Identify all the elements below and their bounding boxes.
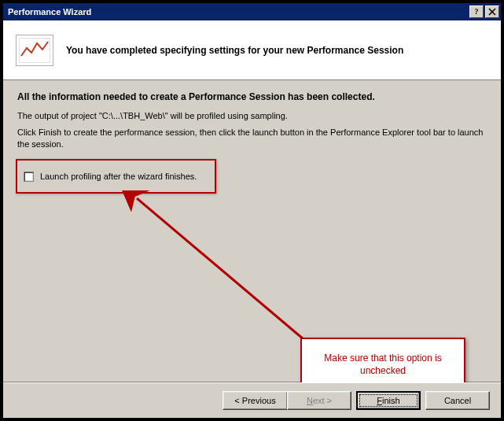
annotation-callout-text: Make sure that this option is unchecked <box>324 353 441 376</box>
next-button: Next > <box>287 391 351 410</box>
cancel-button[interactable]: Cancel <box>425 391 490 410</box>
prev-next-group: < Previous Next > <box>223 391 351 410</box>
annotation-arrow <box>121 190 326 356</box>
previous-button-label: < Previous <box>234 396 275 405</box>
launch-profiling-checkbox[interactable] <box>24 172 34 182</box>
titlebar: Performance Wizard ? <box>3 3 501 20</box>
annotation-callout: Make sure that this option is unchecked <box>300 338 465 382</box>
window-title: Performance Wizard <box>8 7 468 17</box>
wizard-body: All the information needed to create a P… <box>3 80 501 382</box>
cancel-button-label: Cancel <box>444 396 471 405</box>
performance-chart-icon <box>16 35 53 66</box>
help-button[interactable]: ? <box>469 6 484 18</box>
wizard-button-bar: < Previous Next > Finish Cancel <box>3 382 501 418</box>
finish-button-label: Finish <box>377 396 399 405</box>
instruction-line: Click Finish to create the performance s… <box>17 127 487 150</box>
svg-text:?: ? <box>475 8 479 16</box>
close-button[interactable] <box>485 6 499 18</box>
wizard-header: You have completed specifying settings f… <box>3 20 501 80</box>
output-project-line: The output of project "C:\...\TBH_Web\" … <box>17 110 487 122</box>
svg-line-1 <box>137 198 314 348</box>
annotation-highlight-box: Launch profiling after the wizard finish… <box>16 159 216 194</box>
performance-wizard-dialog: Performance Wizard ? You have completed … <box>0 0 504 421</box>
next-button-label: Next > <box>307 396 332 405</box>
finish-button[interactable]: Finish <box>356 391 421 410</box>
previous-button[interactable]: < Previous <box>223 391 287 410</box>
summary-heading: All the information needed to create a P… <box>17 91 487 102</box>
wizard-heading: You have completed specifying settings f… <box>66 45 403 56</box>
launch-profiling-label: Launch profiling after the wizard finish… <box>40 172 197 181</box>
